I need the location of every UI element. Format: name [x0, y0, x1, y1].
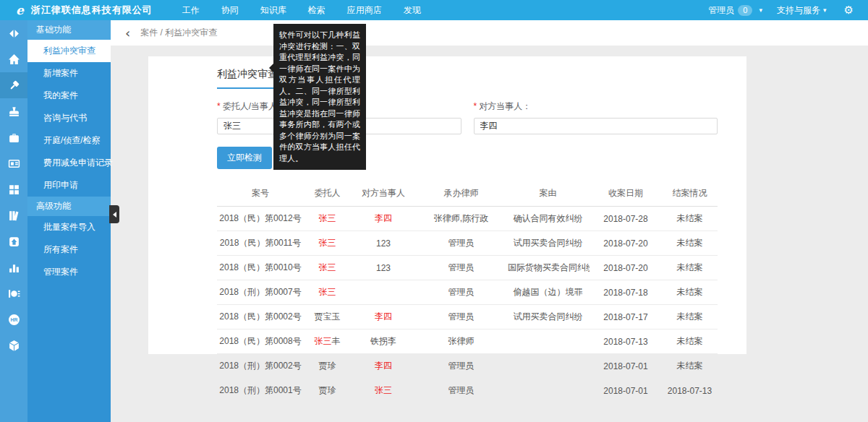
table-cell [506, 330, 590, 354]
column-header: 收案日期 [590, 181, 662, 207]
table-cell: 2018-07-17 [590, 305, 662, 330]
table-row[interactable]: 2018（民）第0002号贾宝玉李四管理员试用买卖合同纠纷2018-07-17未… [217, 305, 718, 330]
table-cell: 2018-07-28 [590, 207, 662, 231]
conflict-info-tooltip: 软件可对以下几种利益冲突进行检测：一、双重代理型利益冲突，同一律师在同一案件中为… [273, 24, 366, 170]
icon-rail: HR [0, 20, 27, 422]
sidebar-item[interactable]: 新增案件 [27, 62, 111, 85]
table-row[interactable]: 2018（民）第0011号张三123管理员试用买卖合同纠纷2018-07-20未… [217, 231, 718, 256]
table-cell: 铁拐李 [351, 330, 416, 354]
id-card-icon[interactable] [0, 150, 27, 176]
table-cell: 未结案 [662, 280, 718, 305]
table-cell: 未结案 [662, 256, 718, 280]
column-header: 案由 [506, 181, 590, 207]
opponent-input[interactable] [474, 118, 718, 134]
table-cell: 2018-07-13 [590, 330, 662, 354]
app-logo-icon: e [16, 3, 24, 17]
table-cell: 2018-07-13 [662, 379, 718, 403]
sidebar-item[interactable]: 所有案件 [27, 238, 111, 261]
sidebar-item[interactable]: 开庭/侦查/检察 [27, 129, 111, 152]
sidebar-item[interactable]: 用印申请 [27, 174, 111, 197]
table-cell: 管理员 [416, 379, 506, 403]
top-bar: e 浙江律联信息科技有限公司 工作协同知识库检索应用商店发现 管理员 0 ▾ 支… [0, 0, 868, 20]
top-nav: 工作协同知识库检索应用商店发现 [171, 0, 432, 20]
sidebar-item[interactable]: 批量案件导入 [27, 216, 111, 238]
upload-icon[interactable] [0, 228, 27, 254]
gavel-icon[interactable] [0, 72, 27, 98]
report-icon[interactable] [0, 280, 27, 306]
table-cell: 未结案 [662, 305, 718, 330]
hr-icon[interactable]: HR [0, 306, 27, 332]
table-cell: 2018-07-18 [590, 280, 662, 305]
table-cell: 确认合同有效纠纷 [506, 207, 590, 231]
table-cell: 未结案 [662, 207, 718, 231]
table-cell: 2018（民）第0010号 [217, 256, 304, 280]
table-cell [351, 280, 416, 305]
table-cell: 管理员 [416, 256, 506, 280]
library-icon[interactable] [0, 202, 27, 228]
table-row[interactable]: 2018（民）第0010号张三123管理员国际货物买卖合同纠纷2018-07-2… [217, 256, 718, 280]
sidebar-section-header: 高级功能 [27, 197, 111, 216]
sidebar: 基础功能利益冲突审查新增案件我的案件咨询与代书开庭/侦查/检察费用减免申请记录用… [27, 20, 111, 422]
table-row[interactable]: 2018（民）第0008号张三丰铁拐李张律师2018-07-13未结案 [217, 330, 718, 354]
cube-icon[interactable] [0, 332, 27, 358]
support-label: 支持与服务 [777, 4, 820, 17]
table-row[interactable]: 2018（刑）第0007号张三管理员偷越国（边）境罪2018-07-18未结案 [217, 280, 718, 305]
grid-icon[interactable] [0, 176, 27, 202]
table-header-row: 案号委托人对方当事人承办律师案由收案日期结案情况 [217, 181, 718, 207]
table-cell: 李四 [351, 305, 416, 330]
chevron-left-icon [113, 212, 116, 218]
table-cell: 管理员 [416, 354, 506, 379]
nav-item[interactable]: 应用商店 [336, 0, 393, 20]
main-area: ‹ 案件 / 利益冲突审查 利益冲突审查 ! *委托人/当事人： *对方当事人：… [111, 20, 868, 422]
topbar-right: 管理员 0 ▾ 支持与服务 ▾ ⚙ [701, 4, 858, 17]
column-header: 对方当事人 [351, 181, 416, 207]
collapse-arrows-icon[interactable] [0, 20, 27, 46]
sidebar-item[interactable]: 管理案件 [27, 261, 111, 283]
table-cell: 管理员 [416, 280, 506, 305]
table-cell: 2018（刑）第0001号 [217, 379, 304, 403]
nav-item[interactable]: 工作 [171, 0, 210, 20]
sidebar-item[interactable]: 咨询与代书 [27, 107, 111, 129]
table-cell: 张三 [304, 256, 351, 280]
nav-item[interactable]: 检索 [297, 0, 336, 20]
bar-chart-icon[interactable] [0, 254, 27, 280]
nav-item[interactable]: 协同 [210, 0, 250, 20]
gear-icon[interactable]: ⚙ [844, 4, 854, 17]
sidebar-collapse-handle[interactable] [109, 205, 119, 223]
briefcase-icon[interactable] [0, 124, 27, 150]
table-cell: 贾珍 [304, 354, 351, 379]
table-row[interactable]: 2018（民）第0012号张三李四张律师,陈行政确认合同有效纠纷2018-07-… [217, 207, 718, 231]
table-cell: 2018（民）第0002号 [217, 305, 304, 330]
detect-now-button[interactable]: 立即检测 [217, 147, 272, 169]
table-cell: 贾宝玉 [304, 305, 351, 330]
table-cell: 未结案 [662, 354, 718, 379]
back-icon[interactable]: ‹ [125, 27, 130, 39]
sidebar-item[interactable]: 我的案件 [27, 85, 111, 107]
required-mark: * [217, 101, 221, 111]
table-cell: 2018（刑）第0007号 [217, 280, 304, 305]
breadcrumb[interactable]: 案件 / 利益冲突审查 [140, 27, 217, 39]
column-header: 委托人 [304, 181, 351, 207]
table-row[interactable]: 2018（刑）第0001号贾珍张三管理员2018-07-012018-07-13 [217, 379, 718, 403]
opponent-field-label: *对方当事人： [474, 100, 718, 113]
table-cell: 试用买卖合同纠纷 [506, 305, 590, 330]
table-cell: 偷越国（边）境罪 [506, 280, 590, 305]
nav-item[interactable]: 发现 [393, 0, 432, 20]
stamp-icon[interactable] [0, 98, 27, 124]
nav-item[interactable]: 知识库 [250, 0, 297, 20]
table-cell: 张三丰 [304, 330, 351, 354]
home-icon[interactable] [0, 46, 27, 72]
table-cell: 张律师,陈行政 [416, 207, 506, 231]
support-menu[interactable]: 支持与服务 ▾ [770, 4, 834, 17]
table-cell: 未结案 [662, 330, 718, 354]
column-header: 案号 [217, 181, 304, 207]
table-cell: 2018（刑）第0002号 [217, 354, 304, 379]
table-cell: 试用买卖合同纠纷 [506, 231, 590, 256]
table-cell: 未结案 [662, 231, 718, 256]
sidebar-item[interactable]: 利益冲突审查 [27, 40, 111, 62]
table-row[interactable]: 2018（刑）第0002号贾珍李四管理员2018-07-01未结案 [217, 354, 718, 379]
chevron-down-icon: ▾ [759, 7, 762, 14]
table-cell: 李四 [351, 207, 416, 231]
user-menu[interactable]: 管理员 0 ▾ [701, 4, 770, 17]
sidebar-item[interactable]: 费用减免申请记录 [27, 152, 111, 174]
